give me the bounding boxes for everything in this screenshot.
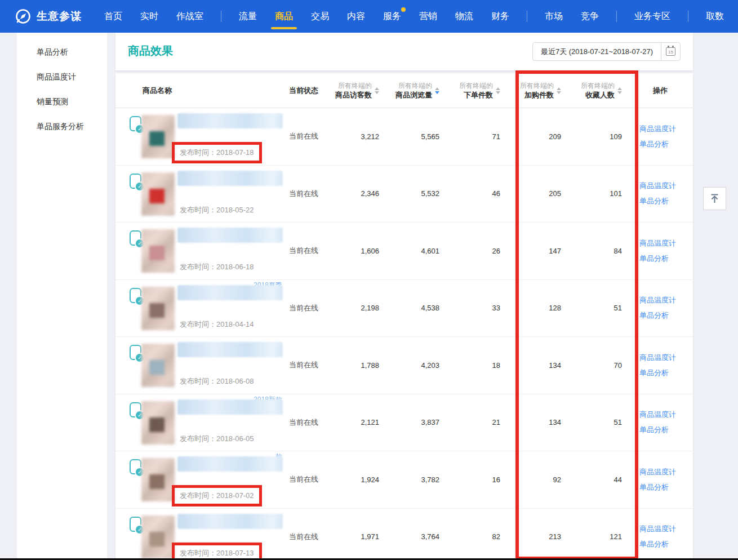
sidebar-item-销量预测[interactable]: 销量预测: [17, 89, 107, 114]
sort-arrows-icon[interactable]: [617, 87, 622, 94]
product-title-blurred[interactable]: [177, 514, 283, 529]
nav-item-竞争[interactable]: 竞争: [581, 0, 599, 33]
action-link-商品温度计[interactable]: 商品温度计: [639, 181, 679, 191]
column-header-actions: 操作: [622, 86, 679, 96]
action-link-单品分析[interactable]: 单品分析: [639, 254, 679, 264]
nav-item-流量[interactable]: 流量: [239, 0, 257, 33]
product-cell: ✓发布时间：2018-05-22: [130, 166, 289, 223]
sidebar-item-单品服务分析[interactable]: 单品服务分析: [17, 114, 107, 139]
action-link-单品分析[interactable]: 单品分析: [639, 482, 679, 492]
action-link-商品温度计[interactable]: 商品温度计: [639, 124, 679, 134]
sort-arrows-icon[interactable]: [496, 87, 500, 94]
top-navbar: 生意参谋 首页实时作战室流量商品交易内容服务营销物流财务市场竞争业务专区取数学院…: [0, 0, 738, 33]
brand[interactable]: 生意参谋: [15, 8, 82, 24]
nav-item-物流[interactable]: 物流: [455, 0, 473, 33]
mobile-verified-icon: ✓: [130, 517, 141, 532]
action-link-商品温度计[interactable]: 商品温度计: [639, 238, 679, 248]
notification-dot: [401, 7, 406, 12]
product-title-blurred[interactable]: [177, 456, 283, 472]
page-header: 商品效果 最近7天 (2018-07-21~2018-07-27) 15: [115, 33, 693, 70]
metric-name: 加购件数: [524, 90, 554, 100]
nav-item-内容[interactable]: 内容: [347, 0, 365, 33]
column-header-商品访客数[interactable]: 所有终端的商品访客数: [337, 81, 379, 100]
product-thumbnail: [141, 287, 175, 330]
page-title: 商品效果: [128, 43, 173, 59]
mobile-verified-icon: ✓: [130, 116, 141, 131]
mobile-verified-icon: ✓: [130, 402, 141, 417]
product-title-blurred[interactable]: [177, 399, 283, 415]
action-link-商品温度计[interactable]: 商品温度计: [639, 353, 679, 363]
metric-value-下单件数: 26: [439, 247, 500, 255]
nav-item-取数[interactable]: 取数: [706, 0, 724, 33]
metric-value-收藏人数: 109: [561, 132, 622, 141]
action-link-商品温度计[interactable]: 商品温度计: [639, 467, 679, 477]
action-link-单品分析[interactable]: 单品分析: [639, 425, 679, 435]
product-title-blurred[interactable]: [177, 113, 283, 128]
metric-value-收藏人数: 70: [561, 361, 622, 370]
actions-cell: 商品温度计单品分析: [622, 295, 679, 321]
date-picker: 最近7天 (2018-07-21~2018-07-27) 15: [532, 42, 681, 61]
metric-name: 下单件数: [464, 90, 493, 100]
nav-item-商品[interactable]: 商品: [275, 0, 293, 33]
sidebar: 单品分析商品温度计销量预测单品服务分析: [17, 33, 107, 560]
product-thumbnail: [141, 401, 175, 445]
nav-item-服务[interactable]: 服务: [383, 0, 401, 33]
product-cell: ✓发布时间：2018-06-08: [130, 337, 289, 394]
sort-arrows-icon[interactable]: [557, 87, 561, 94]
sidebar-item-单品分析[interactable]: 单品分析: [17, 39, 107, 64]
column-header-商品浏览量[interactable]: 所有终端的商品浏览量: [379, 81, 439, 100]
action-link-商品温度计[interactable]: 商品温度计: [639, 524, 679, 534]
metric-value-商品访客数: 2,346: [337, 189, 379, 198]
nav-divider: [221, 11, 221, 22]
metric-value-收藏人数: 44: [561, 475, 622, 484]
nav-item-首页[interactable]: 首页: [104, 0, 122, 33]
status-value: 当前在线: [289, 417, 337, 428]
metric-value-商品浏览量: 4,538: [379, 304, 439, 312]
metric-value-商品访客数: 2,121: [337, 418, 379, 426]
product-title-blurred[interactable]: [177, 171, 283, 186]
nav-item-财务[interactable]: 财务: [491, 0, 509, 33]
action-link-单品分析[interactable]: 单品分析: [639, 196, 679, 206]
action-link-单品分析[interactable]: 单品分析: [639, 539, 679, 549]
sort-arrows-icon[interactable]: [435, 87, 439, 94]
actions-cell: 商品温度计单品分析: [622, 467, 679, 492]
action-link-单品分析[interactable]: 单品分析: [639, 368, 679, 378]
column-header-收藏人数[interactable]: 所有终端的收藏人数: [561, 81, 622, 100]
metric-value-商品访客数: 1,971: [337, 532, 379, 541]
product-title-blurred[interactable]: [177, 228, 283, 243]
metric-value-下单件数: 16: [439, 475, 500, 484]
metric-value-商品浏览量: 4,601: [379, 247, 439, 255]
action-link-商品温度计[interactable]: 商品温度计: [639, 295, 679, 305]
nav-item-市场[interactable]: 市场: [545, 0, 563, 33]
nav-item-实时[interactable]: 实时: [140, 0, 158, 33]
action-link-单品分析[interactable]: 单品分析: [639, 310, 679, 321]
metric-value-下单件数: 21: [439, 418, 500, 426]
back-to-top-button[interactable]: [703, 187, 726, 210]
column-header-下单件数[interactable]: 所有终端的下单件数: [439, 81, 500, 100]
metric-value-商品浏览量: 3,764: [379, 532, 439, 541]
product-title-blurred[interactable]: [177, 285, 283, 300]
sidebar-item-商品温度计[interactable]: 商品温度计: [17, 64, 107, 89]
metric-value-收藏人数: 84: [561, 247, 622, 255]
action-link-商品温度计[interactable]: 商品温度计: [639, 410, 679, 420]
metric-value-下单件数: 18: [439, 361, 500, 370]
metric-value-商品访客数: 3,212: [337, 132, 379, 141]
actions-cell: 商品温度计单品分析: [622, 353, 679, 378]
metric-value-下单件数: 46: [439, 189, 500, 198]
calendar-button[interactable]: 15: [661, 43, 680, 60]
nav-item-营销[interactable]: 营销: [419, 0, 437, 33]
metric-value-加购件数: 134: [500, 361, 561, 370]
date-range-value[interactable]: 最近7天 (2018-07-21~2018-07-27): [533, 43, 661, 60]
product-title-blurred[interactable]: [177, 342, 283, 357]
status-value: 当前在线: [289, 246, 337, 256]
nav-item-作战室[interactable]: 作战室: [176, 0, 203, 33]
sort-arrows-icon[interactable]: [375, 87, 379, 94]
action-link-单品分析[interactable]: 单品分析: [639, 139, 679, 149]
metric-value-商品访客数: 1,606: [337, 247, 379, 255]
nav-item-交易[interactable]: 交易: [311, 0, 329, 33]
mobile-verified-icon: ✓: [130, 230, 141, 246]
column-header-加购件数[interactable]: 所有终端的加购件数: [500, 81, 561, 100]
nav-item-业务专区[interactable]: 业务专区: [634, 0, 670, 33]
table-row: ✓发布时间：2018-07-13当前在线1,9713,76482213121商品…: [115, 509, 693, 560]
metric-value-下单件数: 71: [439, 132, 500, 141]
